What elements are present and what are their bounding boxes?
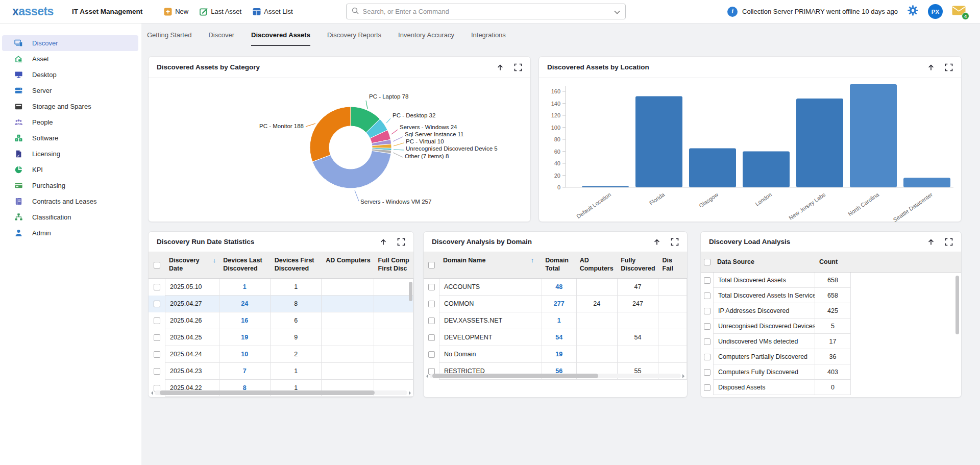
row-checkbox[interactable] [428, 301, 435, 307]
table-row[interactable]: Disposed Assets0 [701, 380, 961, 395]
brand-logo[interactable]: xassets [12, 5, 54, 18]
expand-icon[interactable] [945, 63, 953, 71]
row-checkbox[interactable] [704, 323, 710, 330]
chevron-down-icon[interactable] [614, 7, 620, 16]
category-donut-chart[interactable]: PC - Laptop 78PC - Desktop 32Servers - W… [149, 78, 530, 222]
column-header-discovery-date[interactable]: Discovery Date↓ [165, 252, 219, 278]
export-up-icon[interactable] [927, 63, 935, 71]
row-checkbox[interactable] [154, 317, 160, 324]
row-checkbox[interactable] [154, 334, 160, 341]
cell-link[interactable]: 48 [555, 283, 562, 290]
cell-link[interactable]: 10 [241, 351, 248, 358]
export-up-icon[interactable] [379, 238, 387, 246]
command-search[interactable] [346, 4, 626, 19]
table-row[interactable]: 2025.04.25199 [149, 329, 413, 346]
column-header-ad-computers[interactable]: AD Computers [576, 252, 617, 278]
table-row[interactable]: IP Addresses Discovered425 [701, 303, 961, 319]
cell-link[interactable]: 24 [241, 300, 248, 307]
row-checkbox[interactable] [428, 334, 435, 341]
column-header-count[interactable]: Count [815, 252, 851, 272]
table-row[interactable]: 2025.05.1011 [149, 279, 413, 296]
horizontal-scrollbar[interactable] [151, 390, 411, 395]
table-row[interactable]: 2025.04.26166 [149, 312, 413, 329]
cell-link[interactable]: 16 [241, 317, 248, 324]
table-row[interactable]: Total Discovered Assets658 [701, 273, 961, 288]
bar-new-jersey-labs[interactable] [796, 99, 843, 187]
row-checkbox[interactable] [704, 384, 710, 391]
last-asset-button[interactable]: Last Asset [198, 6, 243, 18]
table-row[interactable]: 2025.04.24102 [149, 346, 413, 363]
export-up-icon[interactable] [927, 238, 935, 246]
sidebar-item-asset[interactable]: Asset [2, 51, 138, 67]
sidebar-item-kpi[interactable]: KPI [2, 162, 138, 178]
new-button[interactable]: New [162, 6, 190, 18]
gear-icon[interactable] [907, 5, 919, 18]
tab-integrations[interactable]: Integrations [471, 23, 506, 46]
bar-glasgow[interactable] [689, 149, 736, 187]
bar-default-location[interactable] [582, 186, 629, 187]
row-checkbox[interactable] [428, 351, 435, 358]
cell-link[interactable]: 19 [241, 334, 248, 341]
export-up-icon[interactable] [496, 63, 504, 71]
cell-link[interactable]: 1 [243, 283, 247, 290]
table-row[interactable]: Computers Partially Discovered36 [701, 349, 961, 364]
expand-icon[interactable] [397, 238, 405, 246]
row-checkbox[interactable] [704, 369, 710, 376]
tab-inventory-accuracy[interactable]: Inventory Accuracy [398, 23, 454, 46]
table-row[interactable]: 2025.04.2371 [149, 363, 413, 380]
tab-discovery-reports[interactable]: Discovery Reports [327, 23, 381, 46]
row-checkbox[interactable] [704, 277, 710, 284]
row-checkbox[interactable] [704, 354, 710, 360]
cell-link[interactable]: 19 [555, 351, 562, 358]
sort-desc-icon[interactable]: ↓ [213, 256, 216, 265]
cell-link[interactable]: 1 [557, 317, 561, 324]
sidebar-item-licensing[interactable]: Licensing [2, 146, 138, 162]
expand-icon[interactable] [671, 238, 679, 246]
bar-london[interactable] [743, 152, 790, 188]
tab-getting-started[interactable]: Getting Started [147, 23, 191, 46]
tab-discover[interactable]: Discover [208, 23, 234, 46]
row-checkbox[interactable] [704, 292, 710, 299]
sort-asc-icon[interactable]: ↑ [531, 256, 534, 265]
search-input[interactable] [363, 8, 614, 15]
sidebar-item-classification[interactable]: Classification [2, 209, 138, 225]
cell-link[interactable]: 54 [555, 334, 562, 341]
asset-list-button[interactable]: Asset List [251, 6, 295, 18]
table-row[interactable]: 2025.04.27248 [149, 296, 413, 312]
column-header-full-comp[interactable]: Full Comp First Disc [374, 252, 413, 278]
vertical-scrollbar[interactable] [409, 282, 412, 301]
row-checkbox[interactable] [704, 308, 710, 314]
horizontal-scrollbar[interactable] [426, 374, 684, 378]
sidebar-item-software[interactable]: Software [2, 130, 138, 146]
select-all-checkbox[interactable] [154, 262, 160, 268]
table-row[interactable]: Computers Fully Discovered403 [701, 364, 961, 380]
sidebar-item-contracts-and-leases[interactable]: Contracts and Leases [2, 193, 138, 209]
row-checkbox[interactable] [154, 368, 160, 375]
server-notification[interactable]: i Collection Server PRIMARY went offline… [727, 7, 898, 17]
table-row[interactable]: DEV.XASSETS.NET1 [424, 312, 687, 329]
table-row[interactable]: Total Discovered Assets In Service658 [701, 288, 961, 303]
column-header-dis[interactable]: Dis Fail [658, 252, 687, 278]
sidebar-item-storage-and-spares[interactable]: Storage and Spares [2, 99, 138, 114]
row-checkbox[interactable] [428, 284, 435, 290]
column-header-devices-last-discovered[interactable]: Devices Last Discovered [219, 252, 270, 278]
column-header-devices-first-discovered[interactable]: Devices First Discovered [271, 252, 322, 278]
vertical-scrollbar[interactable] [955, 276, 959, 334]
row-checkbox[interactable] [154, 301, 160, 307]
table-row[interactable]: DEVELOPMENT5454 [424, 329, 687, 346]
cell-link[interactable]: 277 [554, 300, 565, 307]
table-row[interactable]: COMMON27724247 [424, 296, 687, 312]
sidebar-item-discover[interactable]: Discover [2, 35, 138, 51]
tab-discovered-assets[interactable]: Discovered Assets [251, 23, 310, 46]
expand-icon[interactable] [945, 238, 953, 246]
bar-north-carolina[interactable] [850, 84, 897, 187]
sidebar-item-server[interactable]: Server [2, 83, 138, 99]
donut-slice-pc-monitor[interactable] [310, 107, 351, 162]
table-row[interactable]: No Domain19 [424, 346, 687, 363]
column-header-domain-total[interactable]: Domain Total [541, 252, 576, 278]
column-header-data-source[interactable]: Data Source [713, 252, 815, 272]
column-header-domain-name[interactable]: Domain Name↑ [439, 252, 541, 278]
bar-seattle-datacenter[interactable] [903, 178, 950, 187]
sidebar-item-admin[interactable]: Admin [2, 225, 138, 241]
export-up-icon[interactable] [653, 238, 661, 246]
